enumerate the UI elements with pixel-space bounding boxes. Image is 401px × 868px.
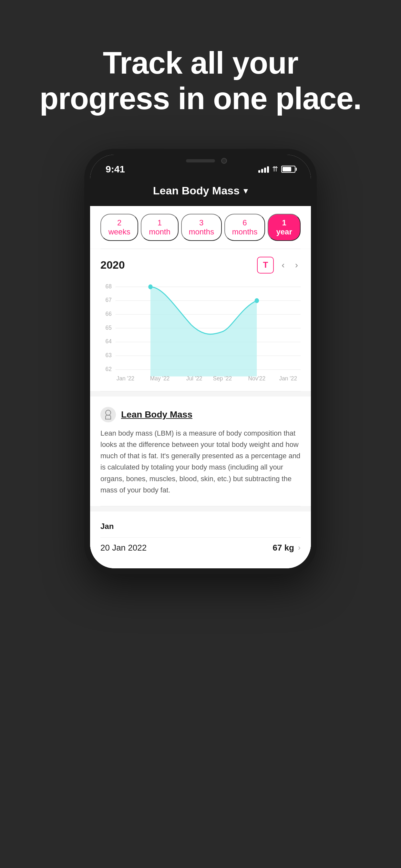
record-value-wrap: 67 kg › xyxy=(273,543,301,553)
time-filter-bar: 2 weeks 1 month 3 months 6 months 1 year xyxy=(90,206,311,249)
svg-text:66: 66 xyxy=(105,310,112,317)
status-time: 9:41 xyxy=(105,164,125,175)
info-title: Lean Body Mass xyxy=(121,409,192,420)
svg-text:May '22: May '22 xyxy=(150,375,169,382)
app-header[interactable]: Lean Body Mass ▾ xyxy=(90,179,311,206)
divider-2 xyxy=(100,391,301,392)
screen-title: Lean Body Mass xyxy=(153,184,240,197)
svg-text:64: 64 xyxy=(105,337,112,345)
svg-text:Jan '22: Jan '22 xyxy=(117,375,135,382)
chart-container: 68 67 66 65 64 xyxy=(100,280,301,383)
svg-text:63: 63 xyxy=(105,351,112,359)
hero-headline: Track all your progress in one place. xyxy=(0,0,401,143)
lbm-icon xyxy=(100,407,116,423)
chart-header: 2020 T ‹ › xyxy=(100,257,301,274)
chart-point-start xyxy=(148,284,153,289)
battery-icon xyxy=(281,166,296,173)
filter-1month[interactable]: 1 month xyxy=(141,214,178,241)
filter-2weeks[interactable]: 2 weeks xyxy=(100,214,138,241)
filter-3months[interactable]: 3 months xyxy=(181,214,222,241)
prev-arrow-icon[interactable]: ‹ xyxy=(279,259,287,272)
records-section: Jan 20 Jan 2022 67 kg › xyxy=(90,512,311,568)
svg-text:65: 65 xyxy=(105,324,112,331)
chevron-down-icon[interactable]: ▾ xyxy=(243,185,248,196)
svg-text:Nov'22: Nov'22 xyxy=(248,375,266,382)
info-body: Lean body mass (LBM) is a measure of bod… xyxy=(100,428,301,496)
phone-wrapper: 9:41 ⇈ Lean Body Mass ▾ xyxy=(0,143,401,600)
status-bar: 9:41 ⇈ xyxy=(90,155,311,179)
svg-text:62: 62 xyxy=(105,365,112,372)
record-value: 67 kg xyxy=(273,543,295,553)
svg-point-20 xyxy=(105,410,111,415)
records-month: Jan xyxy=(100,522,301,531)
status-icons: ⇈ xyxy=(258,165,296,174)
t-button[interactable]: T xyxy=(257,257,274,274)
filter-6months[interactable]: 6 months xyxy=(224,214,265,241)
svg-text:67: 67 xyxy=(105,296,112,303)
wifi-icon: ⇈ xyxy=(272,165,278,174)
info-header: Lean Body Mass xyxy=(100,407,301,423)
app-content: 2 weeks 1 month 3 months 6 months 1 year… xyxy=(90,206,311,568)
record-date: 20 Jan 2022 xyxy=(100,543,147,553)
chart-year: 2020 xyxy=(100,259,125,271)
phone-inner: 9:41 ⇈ Lean Body Mass ▾ xyxy=(90,155,311,568)
notch-camera xyxy=(221,158,227,164)
line-chart: 68 67 66 65 64 xyxy=(100,280,301,383)
chart-point-end xyxy=(255,298,259,303)
svg-text:Jan '22: Jan '22 xyxy=(279,375,297,382)
phone-notch xyxy=(165,155,236,168)
signal-icon xyxy=(258,166,269,173)
chart-section: 2020 T ‹ › 68 xyxy=(90,249,311,391)
chart-fill-area xyxy=(150,287,257,376)
svg-text:68: 68 xyxy=(105,283,112,290)
record-chevron-icon: › xyxy=(298,543,301,552)
notch-speaker xyxy=(186,159,215,162)
body-icon xyxy=(103,409,113,420)
svg-text:Sep '22: Sep '22 xyxy=(213,375,232,382)
phone-frame: 9:41 ⇈ Lean Body Mass ▾ xyxy=(84,149,317,574)
divider-3 xyxy=(100,506,301,506)
battery-fill xyxy=(282,167,291,172)
svg-text:Jul '22: Jul '22 xyxy=(186,375,203,382)
next-arrow-icon[interactable]: › xyxy=(292,259,301,272)
record-row[interactable]: 20 Jan 2022 67 kg › xyxy=(100,537,301,558)
info-section: Lean Body Mass Lean body mass (LBM) is a… xyxy=(90,397,311,506)
filter-1year[interactable]: 1 year xyxy=(268,214,301,241)
chart-controls: T ‹ › xyxy=(257,257,301,274)
